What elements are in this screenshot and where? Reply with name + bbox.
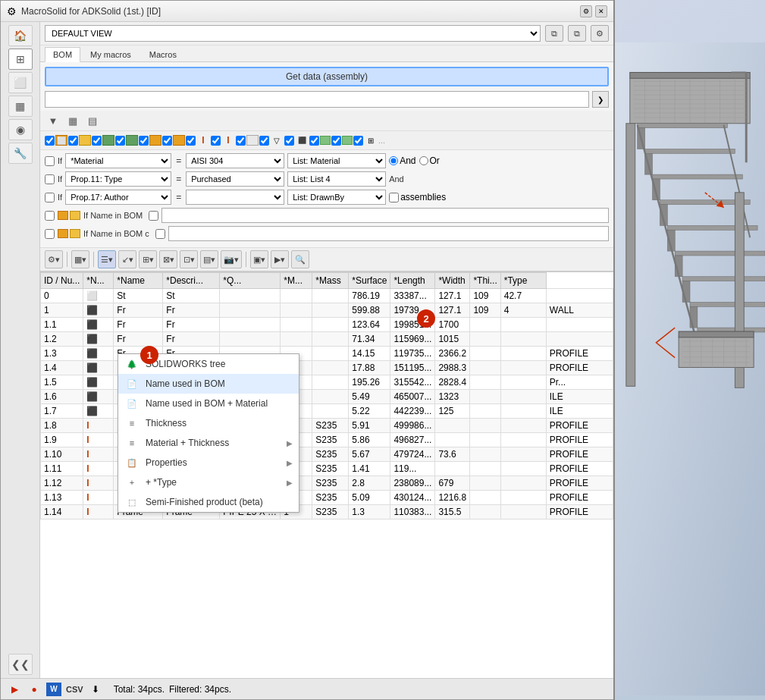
menu-item-name-bom[interactable]: 📄 Name used in BOM bbox=[118, 374, 299, 394]
icon-cb-14[interactable] bbox=[353, 136, 363, 146]
view-select[interactable]: DEFAULT VIEW bbox=[45, 25, 541, 42]
th-surf[interactable]: *Surface bbox=[349, 273, 390, 289]
th-desc[interactable]: *Descri... bbox=[163, 273, 220, 289]
cond-field-1[interactable]: *Material bbox=[65, 153, 171, 168]
menu-item-properties[interactable]: 📋 Properties ▶ bbox=[118, 453, 299, 472]
record-icon[interactable]: ● bbox=[27, 683, 42, 696]
paste-btn[interactable]: ⧉ bbox=[568, 25, 586, 42]
sidebar-layers-icon[interactable]: ⊞ bbox=[8, 49, 33, 70]
comp-icon-4[interactable] bbox=[126, 135, 138, 146]
assemblies-cb-label[interactable]: assemblies bbox=[389, 192, 446, 202]
cond-list-1[interactable]: List: Material bbox=[287, 153, 386, 168]
menu-item-type[interactable]: + + *Type ▶ bbox=[118, 472, 299, 492]
table-mtb-btn[interactable]: ▦▾ bbox=[71, 250, 89, 268]
group-mtb-btn[interactable]: ▤▾ bbox=[200, 250, 218, 268]
bom-input-cb-2[interactable] bbox=[155, 229, 165, 239]
icon-cb-12[interactable] bbox=[309, 136, 319, 146]
tab-bom[interactable]: BOM bbox=[45, 47, 80, 62]
copy-mtb-btn[interactable]: ⊡▾ bbox=[180, 250, 198, 268]
th-type[interactable]: *Type bbox=[500, 273, 546, 289]
table-row[interactable]: 1.1 ⬛ Fr Fr 123.64 199851... 1700 bbox=[41, 318, 613, 332]
cond-value-2[interactable]: Purchased bbox=[186, 171, 284, 187]
copy-btn[interactable]: ⧉ bbox=[545, 25, 563, 42]
icon-cb-11[interactable] bbox=[284, 136, 294, 146]
play-icon[interactable]: ▶ bbox=[7, 683, 22, 696]
assemblies-cb[interactable] bbox=[389, 193, 399, 202]
th-n[interactable]: *N... bbox=[83, 273, 114, 289]
cond-value-3[interactable] bbox=[186, 190, 284, 205]
settings-title-btn[interactable]: ⚙ bbox=[580, 5, 592, 17]
columns-mtb-btn[interactable]: ☰▾ bbox=[98, 250, 116, 268]
word-icon[interactable]: W bbox=[46, 683, 61, 696]
comp-icon-8[interactable]: I bbox=[221, 133, 235, 147]
cond-list-3[interactable]: List: DrawnBy bbox=[287, 190, 386, 205]
search-collapse-btn[interactable]: ❯ bbox=[592, 91, 609, 108]
table-row[interactable]: 0 ⬜ St St 786.19 33387... 127.1 109 42.7 bbox=[41, 289, 613, 303]
th-thi[interactable]: *Thi... bbox=[470, 273, 500, 289]
icon-cb-7[interactable] bbox=[186, 136, 196, 146]
camera-mtb-btn[interactable]: 📷▾ bbox=[221, 250, 242, 268]
comp-icon-5[interactable] bbox=[149, 135, 161, 146]
csv-export-icon[interactable]: ⬇ bbox=[88, 683, 103, 696]
th-name[interactable]: *Name bbox=[114, 273, 163, 289]
icon-cb-10[interactable] bbox=[259, 136, 269, 146]
radio-and-1[interactable]: And bbox=[389, 155, 415, 166]
get-data-button[interactable]: Get data (assembly) bbox=[45, 67, 609, 86]
cond-cb-1[interactable] bbox=[45, 156, 55, 166]
icon-cb-3[interactable] bbox=[92, 136, 102, 146]
bom-input-1[interactable] bbox=[161, 208, 609, 223]
sidebar-grid-icon[interactable]: ▦ bbox=[8, 96, 33, 117]
merge-mtb-btn[interactable]: ⊞▾ bbox=[139, 250, 157, 268]
comp-icon-7[interactable]: I bbox=[196, 133, 210, 147]
table-row[interactable]: 1 ⬛ Fr Fr 599.88 19739... 127.1 109 4 WA… bbox=[41, 303, 613, 318]
menu-item-mat-thickness[interactable]: ≡ Material + Thickness ▶ bbox=[118, 433, 299, 453]
comp-icon-9[interactable] bbox=[246, 135, 259, 146]
cond-cb-2[interactable] bbox=[45, 174, 55, 184]
icon-cb-8[interactable] bbox=[211, 136, 221, 146]
sidebar-tools-icon[interactable]: 🔧 bbox=[8, 143, 33, 164]
table-row[interactable]: 1.2 ⬛ Fr Fr 71.34 115969... 1015 bbox=[41, 332, 613, 347]
cond-list-2[interactable]: List: List 4 bbox=[287, 171, 386, 187]
bom-input-cb-1[interactable] bbox=[149, 211, 158, 221]
cond-field-3[interactable]: Prop.17: Author bbox=[65, 190, 171, 205]
zoom-mtb-btn[interactable]: 🔍 bbox=[291, 250, 309, 268]
tab-macros[interactable]: Macros bbox=[141, 47, 185, 61]
icon-cb-6[interactable] bbox=[162, 136, 172, 146]
menu-item-thickness[interactable]: ≡ Thickness bbox=[118, 413, 299, 433]
th-mat[interactable]: *M... bbox=[281, 273, 312, 289]
th-mass[interactable]: *Mass bbox=[312, 273, 349, 289]
bom-input-2[interactable] bbox=[168, 226, 609, 241]
icon-cb-2[interactable] bbox=[68, 136, 78, 146]
radio-or-1[interactable]: Or bbox=[419, 155, 440, 166]
comp-icon-11[interactable]: ⬛ bbox=[295, 133, 309, 147]
sidebar-home-icon[interactable]: 🏠 bbox=[8, 25, 33, 46]
cond-field-2[interactable]: Prop.11: Type bbox=[65, 171, 171, 187]
settings-btn[interactable]: ⚙ bbox=[591, 25, 609, 42]
settings-mtb-btn[interactable]: ⚙▾ bbox=[45, 250, 63, 268]
menu-item-name-bom-material[interactable]: 📄 Name used in BOM + Material bbox=[118, 394, 299, 413]
icon-cb-9[interactable] bbox=[236, 136, 246, 146]
th-wid[interactable]: *Width bbox=[435, 273, 470, 289]
sidebar-shape-icon[interactable]: ⬜ bbox=[8, 72, 33, 93]
qr-mtb-btn[interactable]: ▣▾ bbox=[250, 250, 268, 268]
comp-icon-13[interactable] bbox=[342, 136, 353, 145]
cond-cb-3[interactable] bbox=[45, 193, 55, 202]
menu-item-semi-finished[interactable]: ⬚ Semi-Finished product (beta) bbox=[118, 492, 299, 512]
icon-cb-4[interactable] bbox=[115, 136, 125, 146]
tab-my-macros[interactable]: My macros bbox=[82, 47, 140, 61]
th-id[interactable]: ID / Nu... bbox=[41, 273, 83, 289]
icon-cb-1[interactable] bbox=[45, 136, 55, 146]
insert-mtb-btn[interactable]: ↙▾ bbox=[118, 250, 136, 268]
close-title-btn[interactable]: ✕ bbox=[595, 5, 607, 17]
th-qty[interactable]: *Q... bbox=[220, 273, 281, 289]
icon-cb-13[interactable] bbox=[331, 136, 341, 146]
comp-icon-14[interactable]: ⊞ bbox=[364, 133, 378, 147]
run-mtb-btn[interactable]: ▶▾ bbox=[271, 250, 289, 268]
filter-icon[interactable]: ▼ bbox=[45, 112, 61, 129]
comp-icon-10[interactable]: ▽ bbox=[270, 133, 284, 147]
comp-icon-12[interactable] bbox=[320, 136, 331, 145]
comp-icon-6[interactable] bbox=[173, 135, 185, 146]
search-input[interactable] bbox=[45, 91, 589, 108]
comp-icon-3[interactable] bbox=[102, 135, 114, 146]
table-icon[interactable]: ▦ bbox=[64, 112, 81, 129]
